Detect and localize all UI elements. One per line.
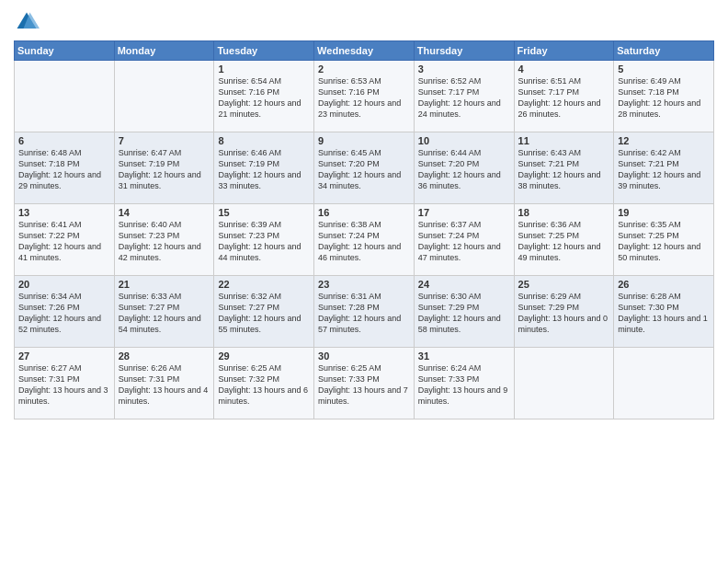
calendar-cell: 26 Sunrise: 6:28 AMSunset: 7:30 PMDaylig… [614, 276, 714, 348]
logo [14, 9, 43, 35]
cell-info: Sunrise: 6:46 AMSunset: 7:19 PMDaylight:… [218, 147, 310, 192]
calendar-week-row: 20 Sunrise: 6:34 AMSunset: 7:26 PMDaylig… [15, 276, 714, 348]
day-number: 30 [318, 350, 410, 362]
calendar-cell: 31 Sunrise: 6:24 AMSunset: 7:33 PMDaylig… [414, 348, 514, 419]
calendar-cell: 30 Sunrise: 6:25 AMSunset: 7:33 PMDaylig… [314, 348, 415, 419]
cell-info: Sunrise: 6:25 AMSunset: 7:33 PMDaylight:… [318, 362, 410, 408]
cell-info: Sunrise: 6:29 AMSunset: 7:29 PMDaylight:… [518, 291, 610, 336]
cell-info: Sunrise: 6:47 AMSunset: 7:19 PMDaylight:… [119, 147, 210, 192]
day-number: 1 [218, 63, 310, 75]
day-number: 31 [418, 350, 510, 362]
cell-info: Sunrise: 6:39 AMSunset: 7:23 PMDaylight:… [218, 219, 310, 264]
calendar-cell [614, 348, 714, 419]
day-number: 25 [518, 279, 610, 290]
day-number: 28 [119, 350, 210, 362]
cell-info: Sunrise: 6:36 AMSunset: 7:25 PMDaylight:… [518, 219, 610, 264]
day-number: 18 [518, 207, 610, 218]
cell-info: Sunrise: 6:52 AMSunset: 7:17 PMDaylight:… [418, 75, 510, 121]
day-header: Monday [114, 41, 214, 61]
cell-info: Sunrise: 6:49 AMSunset: 7:18 PMDaylight:… [618, 75, 710, 121]
calendar-cell: 12 Sunrise: 6:42 AMSunset: 7:21 PMDaylig… [614, 132, 714, 204]
day-number: 26 [618, 279, 710, 290]
day-header: Saturday [614, 41, 714, 61]
cell-info: Sunrise: 6:37 AMSunset: 7:24 PMDaylight:… [418, 219, 510, 264]
calendar-cell: 29 Sunrise: 6:25 AMSunset: 7:32 PMDaylig… [214, 348, 314, 419]
day-number: 17 [418, 207, 510, 218]
calendar-cell: 2 Sunrise: 6:53 AMSunset: 7:16 PMDayligh… [314, 61, 415, 132]
calendar-cell: 9 Sunrise: 6:45 AMSunset: 7:20 PMDayligh… [314, 132, 415, 204]
day-number: 29 [218, 350, 310, 362]
day-number: 8 [218, 135, 310, 146]
day-header: Sunday [15, 41, 115, 61]
cell-info: Sunrise: 6:53 AMSunset: 7:16 PMDaylight:… [318, 75, 410, 121]
calendar-cell: 24 Sunrise: 6:30 AMSunset: 7:29 PMDaylig… [414, 276, 514, 348]
cell-info: Sunrise: 6:25 AMSunset: 7:32 PMDaylight:… [218, 362, 310, 408]
day-header: Thursday [414, 41, 514, 61]
cell-info: Sunrise: 6:34 AMSunset: 7:26 PMDaylight:… [18, 291, 110, 336]
day-number: 23 [318, 279, 410, 290]
calendar-table: SundayMondayTuesdayWednesdayThursdayFrid… [14, 40, 714, 419]
calendar-cell: 25 Sunrise: 6:29 AMSunset: 7:29 PMDaylig… [514, 276, 614, 348]
day-number: 20 [18, 279, 110, 290]
cell-info: Sunrise: 6:42 AMSunset: 7:21 PMDaylight:… [618, 147, 710, 192]
calendar-cell: 6 Sunrise: 6:48 AMSunset: 7:18 PMDayligh… [15, 132, 115, 204]
cell-info: Sunrise: 6:54 AMSunset: 7:16 PMDaylight:… [218, 75, 310, 121]
calendar-cell: 28 Sunrise: 6:26 AMSunset: 7:31 PMDaylig… [114, 348, 214, 419]
day-number: 21 [119, 279, 210, 290]
day-number: 7 [119, 135, 210, 146]
calendar-week-row: 6 Sunrise: 6:48 AMSunset: 7:18 PMDayligh… [15, 132, 714, 204]
day-number: 11 [518, 135, 610, 146]
calendar-week-row: 27 Sunrise: 6:27 AMSunset: 7:31 PMDaylig… [15, 348, 714, 419]
day-number: 27 [18, 350, 110, 362]
day-number: 16 [318, 207, 410, 218]
day-number: 24 [418, 279, 510, 290]
calendar-cell: 16 Sunrise: 6:38 AMSunset: 7:24 PMDaylig… [314, 204, 415, 276]
calendar-cell: 20 Sunrise: 6:34 AMSunset: 7:26 PMDaylig… [15, 276, 115, 348]
cell-info: Sunrise: 6:51 AMSunset: 7:17 PMDaylight:… [518, 75, 610, 121]
calendar-cell: 15 Sunrise: 6:39 AMSunset: 7:23 PMDaylig… [214, 204, 314, 276]
day-number: 5 [618, 63, 710, 75]
day-number: 9 [318, 135, 410, 146]
calendar-cell: 14 Sunrise: 6:40 AMSunset: 7:23 PMDaylig… [114, 204, 214, 276]
cell-info: Sunrise: 6:33 AMSunset: 7:27 PMDaylight:… [119, 291, 210, 336]
header-row: SundayMondayTuesdayWednesdayThursdayFrid… [15, 41, 714, 61]
calendar-cell [514, 348, 614, 419]
cell-info: Sunrise: 6:24 AMSunset: 7:33 PMDaylight:… [418, 362, 510, 408]
day-number: 22 [218, 279, 310, 290]
calendar-cell: 11 Sunrise: 6:43 AMSunset: 7:21 PMDaylig… [514, 132, 614, 204]
day-number: 19 [618, 207, 710, 218]
calendar-cell: 3 Sunrise: 6:52 AMSunset: 7:17 PMDayligh… [414, 61, 514, 132]
calendar-cell: 18 Sunrise: 6:36 AMSunset: 7:25 PMDaylig… [514, 204, 614, 276]
calendar-cell: 4 Sunrise: 6:51 AMSunset: 7:17 PMDayligh… [514, 61, 614, 132]
day-number: 10 [418, 135, 510, 146]
day-number: 2 [318, 63, 410, 75]
cell-info: Sunrise: 6:26 AMSunset: 7:31 PMDaylight:… [119, 362, 210, 408]
calendar-cell [114, 61, 214, 132]
day-header: Tuesday [214, 41, 314, 61]
cell-info: Sunrise: 6:35 AMSunset: 7:25 PMDaylight:… [618, 219, 710, 264]
day-header: Wednesday [314, 41, 415, 61]
cell-info: Sunrise: 6:30 AMSunset: 7:29 PMDaylight:… [418, 291, 510, 336]
cell-info: Sunrise: 6:32 AMSunset: 7:27 PMDaylight:… [218, 291, 310, 336]
calendar-cell: 10 Sunrise: 6:44 AMSunset: 7:20 PMDaylig… [414, 132, 514, 204]
calendar-cell: 23 Sunrise: 6:31 AMSunset: 7:28 PMDaylig… [314, 276, 415, 348]
page: SundayMondayTuesdayWednesdayThursdayFrid… [0, 0, 728, 563]
calendar-cell: 13 Sunrise: 6:41 AMSunset: 7:22 PMDaylig… [15, 204, 115, 276]
calendar-cell: 7 Sunrise: 6:47 AMSunset: 7:19 PMDayligh… [114, 132, 214, 204]
day-number: 14 [119, 207, 210, 218]
calendar-week-row: 1 Sunrise: 6:54 AMSunset: 7:16 PMDayligh… [15, 61, 714, 132]
calendar-cell: 1 Sunrise: 6:54 AMSunset: 7:16 PMDayligh… [214, 61, 314, 132]
calendar-cell: 21 Sunrise: 6:33 AMSunset: 7:27 PMDaylig… [114, 276, 214, 348]
cell-info: Sunrise: 6:43 AMSunset: 7:21 PMDaylight:… [518, 147, 610, 192]
calendar-cell: 8 Sunrise: 6:46 AMSunset: 7:19 PMDayligh… [214, 132, 314, 204]
header [14, 9, 714, 35]
cell-info: Sunrise: 6:27 AMSunset: 7:31 PMDaylight:… [18, 362, 110, 408]
calendar-week-row: 13 Sunrise: 6:41 AMSunset: 7:22 PMDaylig… [15, 204, 714, 276]
calendar-cell: 19 Sunrise: 6:35 AMSunset: 7:25 PMDaylig… [614, 204, 714, 276]
day-number: 4 [518, 63, 610, 75]
day-number: 12 [618, 135, 710, 146]
cell-info: Sunrise: 6:44 AMSunset: 7:20 PMDaylight:… [418, 147, 510, 192]
day-header: Friday [514, 41, 614, 61]
day-number: 13 [18, 207, 110, 218]
day-number: 15 [218, 207, 310, 218]
